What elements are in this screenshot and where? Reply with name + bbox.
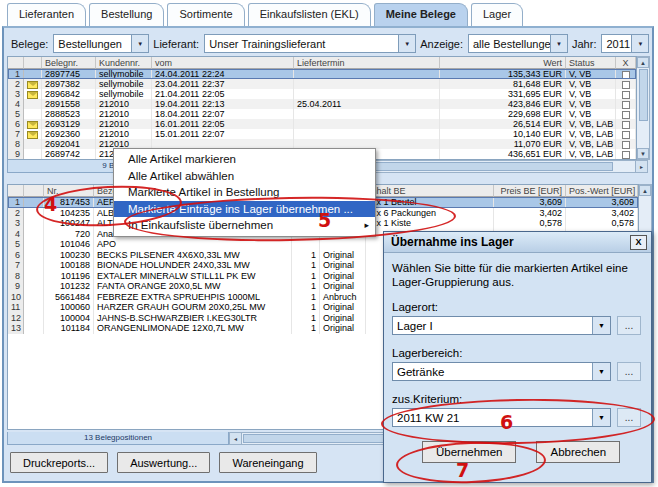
lieferant-select[interactable]: Unser Trainingslieferant ▼ xyxy=(204,34,416,53)
mail-icon xyxy=(27,131,38,139)
jahr-select[interactable]: 2011 ▼ xyxy=(601,34,649,53)
checkbox[interactable] xyxy=(622,151,630,159)
x-cell xyxy=(616,139,636,149)
vom-cell: 21.04.2011 22:05 xyxy=(152,89,294,99)
lagerbereich-select[interactable]: Getränke▼ xyxy=(392,362,611,381)
abbrechen-button[interactable]: Abbrechen xyxy=(536,441,620,463)
chevron-down-icon[interactable]: ▼ xyxy=(592,409,610,426)
chevron-down-icon[interactable]: ▼ xyxy=(592,363,610,380)
scrollbar-thumb[interactable] xyxy=(639,69,648,121)
checkbox[interactable] xyxy=(622,121,630,129)
mail-cell xyxy=(24,139,42,149)
orders-row[interactable]: 7269236021201015.01.2011 22:0710,140 EUR… xyxy=(8,129,636,139)
icon-cell xyxy=(24,208,44,219)
belegnr-cell: 2897745 xyxy=(42,69,96,79)
combo-value: 2011 KW 21 xyxy=(393,412,592,424)
orders-row[interactable]: 12897745sellymobile24.04.2011 22:24135,3… xyxy=(8,69,636,79)
icon-cell xyxy=(24,250,44,261)
icon-cell xyxy=(24,260,44,271)
bezeichnung-cell: BECKS PILSENER 4X6X0,33L MW xyxy=(94,250,292,261)
checkbox[interactable] xyxy=(622,91,630,99)
orders-column-header: Liefertermin xyxy=(294,57,440,69)
orders-table-header: Belegnr.Kundennr.vomLieferterminWertStat… xyxy=(8,57,636,69)
orders-row[interactable]: 6269312921201016.01.2011 22:0526,514 EUR… xyxy=(8,119,636,129)
x-cell xyxy=(616,149,636,159)
tab-lager[interactable]: Lager xyxy=(471,3,523,26)
mail-icon xyxy=(27,121,38,129)
orders-row[interactable]: 5288852321201018.04.2011 22:07229,698 EU… xyxy=(8,109,636,119)
status-cell: V, VB, LAB xyxy=(566,119,616,129)
chevron-down-icon[interactable]: ▼ xyxy=(631,35,648,52)
application-window: LieferantenBestellungSortimenteEinkaufsl… xyxy=(0,0,658,487)
menu-item-markierte-artikel-in-bestellung[interactable]: Markierte Artikel in Bestellung xyxy=(114,184,375,201)
liefertermin-cell xyxy=(294,89,440,99)
chevron-down-icon[interactable]: ▼ xyxy=(550,35,567,52)
menu-item-markierte-einträge-ins-lager-übernehmen[interactable]: Markierte Einträge ins Lager übernehmen … xyxy=(114,201,375,218)
uebernehmen-button[interactable]: Übernehmen xyxy=(422,441,516,463)
artikelnr-cell: 101046 xyxy=(44,239,94,250)
menge-cell: 1 xyxy=(292,313,320,324)
checkbox[interactable] xyxy=(622,101,630,109)
orders-column-header: X xyxy=(616,57,636,69)
more-button[interactable]: ... xyxy=(617,362,641,381)
x-cell xyxy=(616,99,636,109)
tab-sortimente[interactable]: Sortimente xyxy=(167,3,244,26)
row-number: 1 xyxy=(8,197,24,208)
scroll-right-icon[interactable]: ▸ xyxy=(635,161,647,172)
scroll-up-icon[interactable]: ▲ xyxy=(639,185,651,196)
jahr-value: 2011 xyxy=(606,38,631,50)
row-number: 10 xyxy=(8,292,24,303)
preis-cell: 3,609 xyxy=(494,197,566,208)
anzeige-select[interactable]: alle Bestellungen ▼ xyxy=(468,34,568,53)
mail-cell xyxy=(24,69,42,79)
menu-item-alle-artikel-markieren[interactable]: Alle Artikel markieren xyxy=(114,151,375,168)
belege-select[interactable]: Bestellungen ▼ xyxy=(53,34,149,53)
chevron-down-icon[interactable]: ▼ xyxy=(398,35,415,52)
wert-cell: 229,698 EUR xyxy=(440,109,566,119)
scroll-left-icon[interactable]: ◂ xyxy=(230,433,242,444)
checkbox[interactable] xyxy=(622,71,630,79)
poswert-cell: 0,578 xyxy=(566,218,638,229)
belegnr-cell: 2896842 xyxy=(42,89,96,99)
orders-vertical-scrollbar[interactable]: ▲ ▼ xyxy=(637,56,650,160)
wareneingang-button[interactable]: Wareneingang xyxy=(219,452,316,473)
checkbox[interactable] xyxy=(622,141,630,149)
chevron-down-icon[interactable]: ▼ xyxy=(592,317,610,334)
tab-lieferanten[interactable]: Lieferanten xyxy=(7,3,86,26)
menu-item-alle-artikel-abwählen[interactable]: Alle Artikel abwählen xyxy=(114,168,375,185)
scroll-down-icon[interactable]: ▼ xyxy=(637,148,649,159)
row-number: 4 xyxy=(8,229,24,240)
belege-label: Belege: xyxy=(11,38,48,50)
tab-bestellung[interactable]: Bestellung xyxy=(89,3,164,26)
artikelnr-cell: 100188 xyxy=(44,260,94,271)
checkbox[interactable] xyxy=(622,81,630,89)
lagerort-select[interactable]: Lager I▼ xyxy=(392,316,611,335)
zus-kriterium-label: zus.Kriterium: xyxy=(392,393,643,405)
orders-row[interactable]: 22897382sellymobile23.04.2011 22:3781,64… xyxy=(8,79,636,89)
icon-cell xyxy=(24,271,44,282)
druckreports-button[interactable]: Druckreports... xyxy=(10,452,108,473)
orders-row[interactable]: 32896842sellymobile21.04.2011 22:05331,6… xyxy=(8,89,636,99)
row-number: 13 xyxy=(8,323,24,334)
orders-row[interactable]: 4289155821201019.04.2011 22:1325.04.2011… xyxy=(8,99,636,109)
checkbox[interactable] xyxy=(622,111,630,119)
tab-einkaufslisten-ekl[interactable]: Einkaufslisten (EKL) xyxy=(248,3,371,26)
artikelnr-cell: 101184 xyxy=(44,323,94,334)
vom-cell: 15.01.2011 22:07 xyxy=(152,129,294,139)
wert-cell: 26,514 EUR xyxy=(440,119,566,129)
artikelnr-cell: 101232 xyxy=(44,281,94,292)
menu-item-in-einkaufsliste-übernehmen[interactable]: In Einkaufsliste übernehmen▸ xyxy=(114,217,375,234)
more-button[interactable]: ... xyxy=(617,316,641,335)
field-row: 2011 KW 21▼... xyxy=(392,408,643,427)
vom-cell: 23.04.2011 22:37 xyxy=(152,79,294,89)
anzeige-value: alle Bestellungen xyxy=(473,38,550,50)
menge-cell: 1 xyxy=(292,281,320,292)
close-icon[interactable]: X xyxy=(630,235,647,250)
auswertung-button[interactable]: Auswertung... xyxy=(117,452,210,473)
tab-meine-belege[interactable]: Meine Belege xyxy=(374,3,468,26)
more-button[interactable]: ... xyxy=(617,408,641,427)
zus-kriterium-select[interactable]: 2011 KW 21▼ xyxy=(392,408,611,427)
chevron-down-icon[interactable]: ▼ xyxy=(131,35,148,52)
scroll-up-icon[interactable]: ▲ xyxy=(637,57,649,68)
checkbox[interactable] xyxy=(622,131,630,139)
